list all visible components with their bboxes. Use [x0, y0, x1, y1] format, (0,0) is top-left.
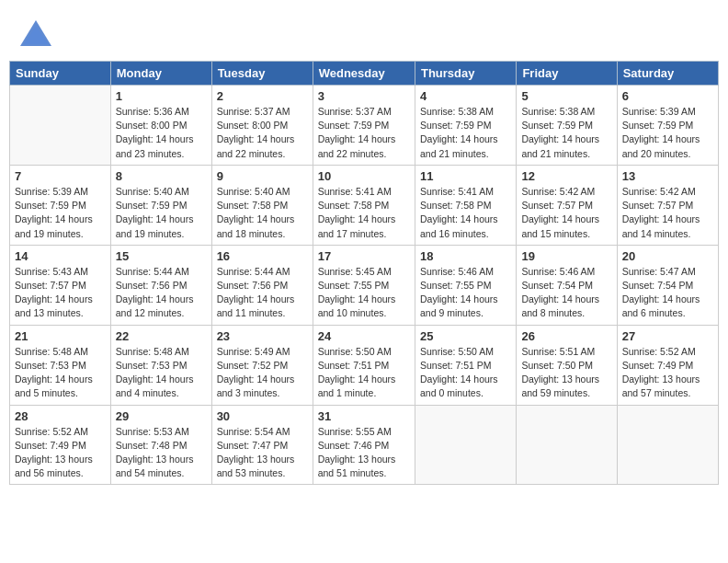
day-info: Sunrise: 5:40 AM Sunset: 7:58 PM Dayligh…: [217, 185, 308, 241]
day-info: Sunrise: 5:49 AM Sunset: 7:52 PM Dayligh…: [217, 345, 308, 401]
day-number: 1: [116, 89, 207, 103]
day-number: 17: [318, 249, 410, 263]
calendar-cell: 12Sunrise: 5:42 AM Sunset: 7:57 PM Dayli…: [517, 165, 617, 245]
calendar-cell: 31Sunrise: 5:55 AM Sunset: 7:46 PM Dayli…: [313, 405, 415, 485]
day-info: Sunrise: 5:46 AM Sunset: 7:55 PM Dayligh…: [420, 265, 511, 321]
day-number: 14: [15, 249, 106, 263]
calendar-cell: 29Sunrise: 5:53 AM Sunset: 7:48 PM Dayli…: [110, 405, 211, 485]
day-info: Sunrise: 5:51 AM Sunset: 7:50 PM Dayligh…: [521, 345, 611, 401]
calendar-header-sunday: Sunday: [10, 62, 111, 86]
day-info: Sunrise: 5:44 AM Sunset: 7:56 PM Dayligh…: [217, 265, 308, 321]
logo-icon: [18, 17, 53, 52]
calendar-cell: 10Sunrise: 5:41 AM Sunset: 7:58 PM Dayli…: [313, 165, 415, 245]
day-number: 21: [15, 329, 106, 343]
calendar-cell: [10, 86, 111, 166]
calendar-header-friday: Friday: [517, 62, 617, 86]
day-info: Sunrise: 5:48 AM Sunset: 7:53 PM Dayligh…: [116, 345, 207, 401]
calendar-week-row: 7Sunrise: 5:39 AM Sunset: 7:59 PM Daylig…: [10, 165, 719, 245]
calendar-cell: 18Sunrise: 5:46 AM Sunset: 7:55 PM Dayli…: [415, 245, 516, 325]
calendar-cell: 8Sunrise: 5:40 AM Sunset: 7:59 PM Daylig…: [110, 165, 211, 245]
day-info: Sunrise: 5:36 AM Sunset: 8:00 PM Dayligh…: [116, 105, 207, 161]
day-info: Sunrise: 5:45 AM Sunset: 7:55 PM Dayligh…: [318, 265, 410, 321]
day-number: 22: [116, 329, 207, 343]
day-info: Sunrise: 5:39 AM Sunset: 7:59 PM Dayligh…: [622, 105, 713, 161]
day-number: 30: [217, 409, 308, 423]
day-info: Sunrise: 5:38 AM Sunset: 7:59 PM Dayligh…: [420, 105, 511, 161]
calendar-week-row: 21Sunrise: 5:48 AM Sunset: 7:53 PM Dayli…: [10, 325, 719, 405]
day-info: Sunrise: 5:44 AM Sunset: 7:56 PM Dayligh…: [116, 265, 207, 321]
calendar-week-row: 28Sunrise: 5:52 AM Sunset: 7:49 PM Dayli…: [10, 405, 719, 485]
calendar-cell: 3Sunrise: 5:37 AM Sunset: 7:59 PM Daylig…: [313, 86, 415, 166]
logo: [18, 17, 57, 52]
day-number: 19: [521, 249, 611, 263]
calendar-table: SundayMondayTuesdayWednesdayThursdayFrid…: [9, 61, 719, 485]
day-number: 6: [622, 89, 713, 103]
day-info: Sunrise: 5:41 AM Sunset: 7:58 PM Dayligh…: [420, 185, 511, 241]
day-number: 20: [622, 249, 713, 263]
calendar-header-wednesday: Wednesday: [313, 62, 415, 86]
calendar-cell: 16Sunrise: 5:44 AM Sunset: 7:56 PM Dayli…: [211, 245, 313, 325]
day-info: Sunrise: 5:41 AM Sunset: 7:58 PM Dayligh…: [318, 185, 410, 241]
calendar-cell: 28Sunrise: 5:52 AM Sunset: 7:49 PM Dayli…: [10, 405, 111, 485]
calendar-header-thursday: Thursday: [415, 62, 516, 86]
day-number: 15: [116, 249, 207, 263]
calendar-cell: 30Sunrise: 5:54 AM Sunset: 7:47 PM Dayli…: [211, 405, 313, 485]
day-number: 23: [217, 329, 308, 343]
calendar-cell: 27Sunrise: 5:52 AM Sunset: 7:49 PM Dayli…: [617, 325, 718, 405]
day-info: Sunrise: 5:55 AM Sunset: 7:46 PM Dayligh…: [318, 425, 410, 481]
day-number: 13: [622, 169, 713, 183]
calendar-cell: [415, 405, 516, 485]
day-number: 7: [15, 169, 106, 183]
day-number: 18: [420, 249, 511, 263]
day-number: 26: [521, 329, 611, 343]
day-info: Sunrise: 5:53 AM Sunset: 7:48 PM Dayligh…: [116, 425, 207, 481]
day-number: 28: [15, 409, 106, 423]
calendar-cell: 6Sunrise: 5:39 AM Sunset: 7:59 PM Daylig…: [617, 86, 718, 166]
day-number: 29: [116, 409, 207, 423]
day-number: 31: [318, 409, 410, 423]
calendar-header-monday: Monday: [110, 62, 211, 86]
calendar-cell: 23Sunrise: 5:49 AM Sunset: 7:52 PM Dayli…: [211, 325, 313, 405]
calendar-cell: 1Sunrise: 5:36 AM Sunset: 8:00 PM Daylig…: [110, 86, 211, 166]
calendar-cell: 11Sunrise: 5:41 AM Sunset: 7:58 PM Dayli…: [415, 165, 516, 245]
day-info: Sunrise: 5:37 AM Sunset: 7:59 PM Dayligh…: [318, 105, 410, 161]
calendar-cell: 14Sunrise: 5:43 AM Sunset: 7:57 PM Dayli…: [10, 245, 111, 325]
calendar-header-saturday: Saturday: [617, 62, 718, 86]
day-number: 16: [217, 249, 308, 263]
day-number: 25: [420, 329, 511, 343]
calendar-cell: 22Sunrise: 5:48 AM Sunset: 7:53 PM Dayli…: [110, 325, 211, 405]
day-number: 10: [318, 169, 410, 183]
day-info: Sunrise: 5:38 AM Sunset: 7:59 PM Dayligh…: [521, 105, 611, 161]
day-info: Sunrise: 5:37 AM Sunset: 8:00 PM Dayligh…: [217, 105, 308, 161]
day-number: 3: [318, 89, 410, 103]
day-info: Sunrise: 5:46 AM Sunset: 7:54 PM Dayligh…: [521, 265, 611, 321]
calendar-cell: 21Sunrise: 5:48 AM Sunset: 7:53 PM Dayli…: [10, 325, 111, 405]
day-number: 5: [521, 89, 611, 103]
calendar-cell: 17Sunrise: 5:45 AM Sunset: 7:55 PM Dayli…: [313, 245, 415, 325]
day-info: Sunrise: 5:52 AM Sunset: 7:49 PM Dayligh…: [622, 345, 713, 401]
day-number: 8: [116, 169, 207, 183]
calendar-header-row: SundayMondayTuesdayWednesdayThursdayFrid…: [10, 62, 719, 86]
day-info: Sunrise: 5:47 AM Sunset: 7:54 PM Dayligh…: [622, 265, 713, 321]
day-number: 11: [420, 169, 511, 183]
calendar-cell: 20Sunrise: 5:47 AM Sunset: 7:54 PM Dayli…: [617, 245, 718, 325]
calendar-cell: 15Sunrise: 5:44 AM Sunset: 7:56 PM Dayli…: [110, 245, 211, 325]
day-info: Sunrise: 5:54 AM Sunset: 7:47 PM Dayligh…: [217, 425, 308, 481]
day-info: Sunrise: 5:52 AM Sunset: 7:49 PM Dayligh…: [15, 425, 106, 481]
calendar-cell: [517, 405, 617, 485]
day-info: Sunrise: 5:40 AM Sunset: 7:59 PM Dayligh…: [116, 185, 207, 241]
day-info: Sunrise: 5:39 AM Sunset: 7:59 PM Dayligh…: [15, 185, 106, 241]
day-info: Sunrise: 5:42 AM Sunset: 7:57 PM Dayligh…: [622, 185, 713, 241]
day-number: 2: [217, 89, 308, 103]
day-number: 27: [622, 329, 713, 343]
calendar-week-row: 14Sunrise: 5:43 AM Sunset: 7:57 PM Dayli…: [10, 245, 719, 325]
calendar-cell: 26Sunrise: 5:51 AM Sunset: 7:50 PM Dayli…: [517, 325, 617, 405]
day-number: 12: [521, 169, 611, 183]
calendar-week-row: 1Sunrise: 5:36 AM Sunset: 8:00 PM Daylig…: [10, 86, 719, 166]
page-header: [9, 9, 719, 55]
calendar-cell: 2Sunrise: 5:37 AM Sunset: 8:00 PM Daylig…: [211, 86, 313, 166]
calendar-header-tuesday: Tuesday: [211, 62, 313, 86]
calendar-cell: 25Sunrise: 5:50 AM Sunset: 7:51 PM Dayli…: [415, 325, 516, 405]
day-info: Sunrise: 5:42 AM Sunset: 7:57 PM Dayligh…: [521, 185, 611, 241]
day-number: 9: [217, 169, 308, 183]
